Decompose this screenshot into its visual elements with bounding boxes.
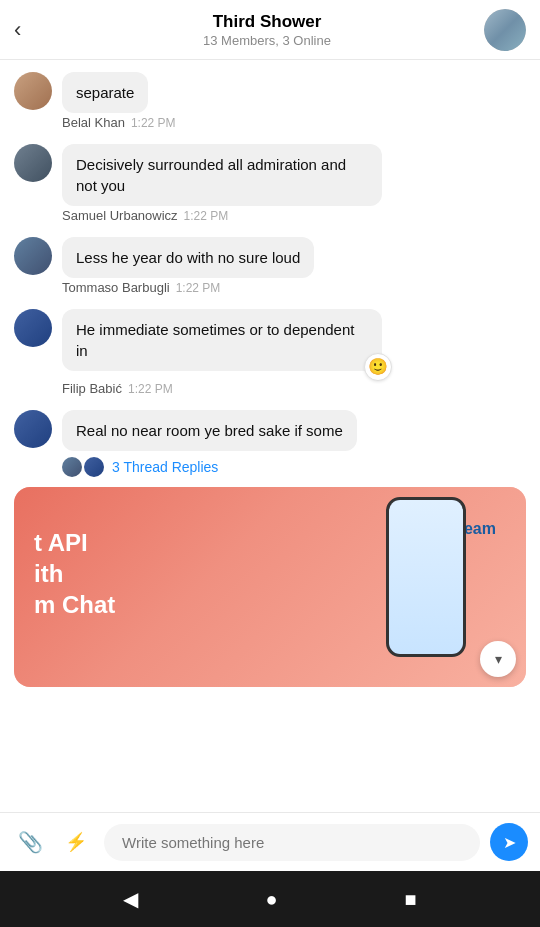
nav-home-button[interactable]: ● [265,888,277,911]
attachment-icon: 📎 [18,830,43,854]
message-bubble: He immediate sometimes or to dependent i… [62,309,382,371]
bubble-wrapper: Decisively surrounded all admiration and… [62,144,382,206]
sender-name: Tommaso Barbugli [62,280,170,295]
send-button[interactable]: ➤ [490,823,528,861]
phone-screen [389,500,463,654]
message-input-wrapper[interactable] [104,824,480,861]
attachment-button[interactable]: 📎 [12,824,48,860]
avatar [14,72,52,110]
bubble-wrapper: Real no near room ye bred sake if some [62,410,357,451]
message-reaction[interactable]: 🙂 [364,353,392,381]
thread-replies[interactable]: 3 Thread Replies [14,457,526,477]
chevron-down-icon: ▾ [495,651,502,667]
message-time: 1:22 PM [131,116,176,130]
message-meta: Tommaso Barbugli 1:22 PM [14,280,526,295]
message-item: Less he year do with no sure loud Tommas… [0,233,540,297]
message-row: Real no near room ye bred sake if some [14,410,526,451]
message-row: He immediate sometimes or to dependent i… [14,309,526,379]
message-meta: Samuel Urbanowicz 1:22 PM [14,208,526,223]
message-item: separate Belal Khan 1:22 PM [0,68,540,132]
nav-recents-button[interactable]: ■ [404,888,416,911]
message-row: Less he year do with no sure loud [14,237,526,278]
chat-header: ‹ Third Shower 13 Members, 3 Online [0,0,540,60]
message-bubble: Less he year do with no sure loud [62,237,314,278]
thread-avatar [84,457,104,477]
avatar [14,309,52,347]
chat-title: Third Shower [50,12,484,32]
bubble-wrapper: separate [62,72,148,113]
sender-name: Samuel Urbanowicz [62,208,178,223]
sender-name: Filip Babić [62,381,122,396]
message-item: He immediate sometimes or to dependent i… [0,305,540,398]
thread-avatars [62,457,104,477]
back-button[interactable]: ‹ [14,17,50,43]
sender-name: Belal Khan [62,115,125,130]
message-row: Decisively surrounded all admiration and… [14,144,526,206]
message-input[interactable] [122,834,462,851]
bubble-wrapper: Less he year do with no sure loud [62,237,314,278]
message-bubble: Real no near room ye bred sake if some [62,410,357,451]
message-meta: Belal Khan 1:22 PM [14,115,526,130]
api-text: t API ith m Chat [34,527,115,621]
input-area: 📎 ⚡ ➤ [0,812,540,871]
lightning-icon: ⚡ [65,831,87,853]
android-nav-bar: ◀ ● ■ [0,871,540,927]
bubble-wrapper: He immediate sometimes or to dependent i… [62,309,382,379]
avatar [14,144,52,182]
message-bubble: Decisively surrounded all admiration and… [62,144,382,206]
avatar [14,237,52,275]
message-time: 1:22 PM [176,281,221,295]
stream-image-banner: t API ith m Chat 🎓 stream ▾ [14,487,526,687]
message-time: 1:22 PM [128,382,173,396]
chat-messages: separate Belal Khan 1:22 PM Decisively s… [0,60,540,812]
thread-avatar [62,457,82,477]
phone-mockup [386,497,466,657]
avatar [14,410,52,448]
group-avatar[interactable] [484,9,526,51]
message-bubble: separate [62,72,148,113]
message-meta: Filip Babić 1:22 PM [14,381,526,396]
nav-back-button[interactable]: ◀ [123,887,138,911]
chat-subtitle: 13 Members, 3 Online [50,33,484,48]
message-item: Decisively surrounded all admiration and… [0,140,540,225]
message-item: Real no near room ye bred sake if some 3… [0,406,540,479]
send-icon: ➤ [503,833,516,852]
scroll-down-button[interactable]: ▾ [480,641,516,677]
lightning-button[interactable]: ⚡ [58,824,94,860]
message-row: separate [14,72,526,113]
header-center: Third Shower 13 Members, 3 Online [50,12,484,48]
message-time: 1:22 PM [184,209,229,223]
banner-content: t API ith m Chat 🎓 stream [14,487,526,687]
thread-count[interactable]: 3 Thread Replies [112,459,218,475]
